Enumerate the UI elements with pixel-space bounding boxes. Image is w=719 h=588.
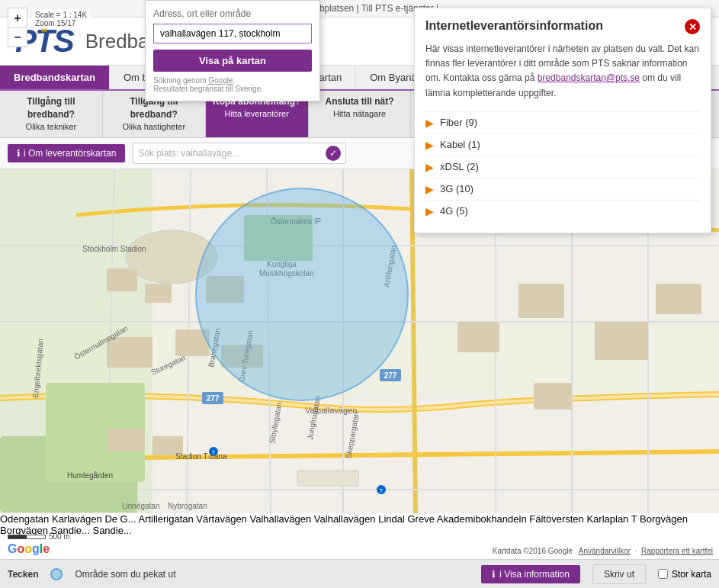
svg-rect-23 <box>297 471 358 486</box>
search-popup: Adress, ort eller område Visa på kartan … <box>145 0 320 101</box>
svg-text:Linnégatan: Linnégatan <box>122 502 160 510</box>
tech-kabel[interactable]: ▶ Kabel (1) <box>425 133 700 156</box>
svg-text:Kungliga: Kungliga <box>267 260 297 268</box>
svg-rect-9 <box>107 337 152 368</box>
search-box: ✓ <box>133 143 346 164</box>
zoom-in-button[interactable]: + <box>8 8 27 27</box>
svg-rect-8 <box>206 276 244 303</box>
google-link[interactable]: Google <box>208 76 233 85</box>
tech-xdsl[interactable]: ▶ xDSL (2) <box>425 156 700 178</box>
svg-rect-6 <box>107 268 137 291</box>
svg-text:277: 277 <box>384 371 397 380</box>
svg-rect-10 <box>175 329 210 356</box>
search-button[interactable]: ✓ <box>326 146 341 161</box>
tech-arrow-kabel: ▶ <box>425 139 434 151</box>
skriv-ut-button[interactable]: Skriv ut <box>592 564 646 584</box>
tech-4g-label: 4G (5) <box>440 205 468 217</box>
info-popup-text: Här visas internetleverantörer i närhete… <box>425 42 700 101</box>
rapportera-link[interactable]: Rapportera ett kartfel <box>641 547 713 555</box>
info-popup-close-button[interactable]: ✕ <box>685 19 700 34</box>
nav-bredbandskartan[interactable]: Bredbandskartan <box>0 66 110 89</box>
visa-information-button[interactable]: ℹ i Visa information <box>481 565 580 583</box>
sub-natagare[interactable]: Ansluta till nät? Hitta nätagare <box>309 91 412 137</box>
map-attribution: Kartdata ©2016 Google Användarvillkor · … <box>489 546 716 556</box>
search-popup-footer: Sökning genom Google. Resultatet begräns… <box>153 76 312 93</box>
svg-text:Skeppargatan: Skeppargatan <box>344 411 361 459</box>
legend-text: Område som du pekat ut <box>75 569 175 580</box>
tech-kabel-label: Kabel (1) <box>440 139 480 150</box>
legend-label: Tecken <box>8 569 38 580</box>
zoom-controls: + − <box>8 8 27 47</box>
tech-arrow-xdsl: ▶ <box>425 161 434 173</box>
tech-xdsl-label: xDSL (2) <box>440 161 479 172</box>
svg-rect-12 <box>107 429 145 451</box>
tech-arrow-4g: ▶ <box>425 205 434 217</box>
info-icon: ℹ <box>17 148 21 159</box>
stor-karta-checkbox[interactable] <box>658 569 668 579</box>
info-popup: Internetleverantörsinformation ✕ Här vis… <box>414 8 711 233</box>
tech-arrow-3g: ▶ <box>425 183 434 195</box>
scale-bar-label: 500 m <box>49 532 70 541</box>
search-input[interactable] <box>138 148 323 159</box>
bottom-bar: Tecken Område som du pekat ut ℹ i Visa i… <box>0 559 719 588</box>
svg-rect-14 <box>457 322 499 352</box>
svg-text:Humlegården: Humlegården <box>67 471 113 480</box>
svg-text:277: 277 <box>207 394 220 403</box>
sub-tekniker[interactable]: Tillgång till bredband? Olika tekniker <box>0 91 103 137</box>
tech-fiber-label: Fiber (9) <box>440 117 477 128</box>
visa-pa-kartan-button[interactable]: Visa på kartan <box>153 50 312 72</box>
search-popup-input[interactable] <box>153 24 312 43</box>
email-link[interactable]: bredbandskartan@pts.se <box>538 72 640 83</box>
svg-text:Stadion T-bana: Stadion T-bana <box>175 452 227 461</box>
info-icon-bottom: ℹ <box>492 569 496 580</box>
info-leverantorskartan-button[interactable]: ℹ i Om leverantörskartan <box>8 144 125 162</box>
google-logo: Google <box>8 542 50 556</box>
legend-circle <box>50 568 63 580</box>
kartdata-text: Kartdata ©2016 Google <box>493 547 573 555</box>
tech-arrow-fiber: ▶ <box>425 117 434 129</box>
svg-rect-17 <box>595 322 648 360</box>
svg-text:Jungfrugatan: Jungfrugatan <box>306 395 322 440</box>
tech-fiber[interactable]: ▶ Fiber (9) <box>425 111 700 133</box>
anvandarvillkor-link[interactable]: Användarvillkor <box>579 547 631 555</box>
svg-text:Musikhögskolan: Musikhögskolan <box>259 269 314 278</box>
svg-rect-18 <box>656 284 701 314</box>
stor-karta-label[interactable]: Stor karta <box>672 569 711 580</box>
svg-text:T: T <box>380 487 384 494</box>
svg-text:Stockholm Stadion: Stockholm Stadion <box>82 245 146 253</box>
info-popup-title: Internetleverantörsinformation <box>425 19 685 33</box>
tech-3g-label: 3G (10) <box>440 183 473 194</box>
stor-karta-area[interactable]: Stor karta <box>658 569 711 580</box>
svg-text:Artillerigatan: Artillerigatan <box>382 245 397 288</box>
svg-text:Östermalms IP: Östermalms IP <box>271 217 321 226</box>
tech-4g[interactable]: ▶ 4G (5) <box>425 200 700 222</box>
svg-point-4 <box>126 230 217 284</box>
info-popup-header: Internetleverantörsinformation ✕ <box>425 19 700 34</box>
svg-rect-7 <box>145 284 172 303</box>
zoom-out-button[interactable]: − <box>8 27 27 47</box>
svg-text:Nybrogatan: Nybrogatan <box>168 502 207 510</box>
search-popup-title: Adress, ort eller område <box>153 8 312 19</box>
scale-info: Scale = 1 : 14K Zoom 15/17 <box>32 9 90 29</box>
svg-rect-15 <box>518 284 564 318</box>
tech-3g[interactable]: ▶ 3G (10) <box>425 178 700 200</box>
svg-rect-16 <box>534 383 572 410</box>
